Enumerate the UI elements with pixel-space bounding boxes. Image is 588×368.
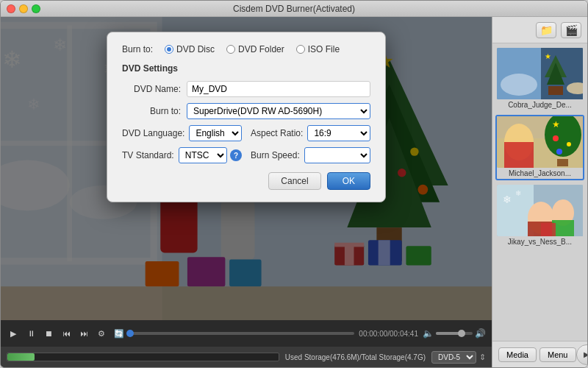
title-bar-buttons <box>7 4 40 13</box>
storage-bar-fill <box>7 353 35 361</box>
dvd-settings-title: DVD Settings <box>122 63 370 74</box>
dialog-buttons: Cancel OK <box>122 172 370 190</box>
dvd-name-label: DVD Name: <box>122 84 181 94</box>
svg-rect-45 <box>548 86 563 95</box>
burn-speed-select[interactable] <box>304 147 370 163</box>
time-display: 00:00:00/00:04:41 <box>359 330 418 338</box>
burn-to-drive-select[interactable]: SuperDrive(DVD RW AD-5690H) <box>187 103 370 119</box>
dvd-language-select[interactable]: English <box>189 125 242 141</box>
main-area: ❄ ❄ ❄ ❄ <box>1 17 492 367</box>
maximize-button[interactable] <box>32 4 40 13</box>
svg-point-41 <box>501 74 537 96</box>
radio-dvd-folder-circle[interactable] <box>226 45 235 54</box>
thumbnail-image-3: ❄ ❄ <box>497 185 584 236</box>
storage-bar-outer <box>7 353 279 361</box>
burn-to-row: Burn to: DVD Disc DVD Folder <box>122 44 370 54</box>
radio-dvd-disc-circle[interactable] <box>165 45 173 54</box>
radio-dvd-disc[interactable]: DVD Disc <box>165 44 215 54</box>
storage-label: Used Storage(476.6M)/Total Storage(4.7G) <box>285 353 426 361</box>
app-body: ❄ ❄ ❄ ❄ <box>1 17 587 367</box>
menu-tab-button[interactable]: Menu <box>539 347 576 362</box>
action-buttons: ▶ 🔥 <box>576 344 588 365</box>
tab-buttons: Media Menu <box>498 347 576 362</box>
prev-button[interactable]: ⏮ <box>60 327 73 340</box>
close-button[interactable] <box>7 4 15 13</box>
radio-dvd-folder[interactable]: DVD Folder <box>226 44 284 54</box>
time-total: 00:04:41 <box>390 330 418 338</box>
minimize-button[interactable] <box>19 4 28 13</box>
list-item[interactable]: ★ Michael_Jackson... <box>495 115 584 180</box>
dvd-arrow-icon: ⇕ <box>479 353 486 362</box>
dvd-language-label: DVD Language: <box>122 128 184 138</box>
tv-burn-row: TV Standard: NTSC ? Burn Speed: <box>122 147 370 163</box>
dialog-overlay: Burn to: DVD Disc DVD Folder <box>1 17 492 320</box>
thumbnail-label-2: Michael_Jackson... <box>497 168 583 179</box>
volume-dot <box>458 330 465 337</box>
volume-area: 🔈 🔊 <box>423 328 486 339</box>
window-title: Cisdem DVD Burner(Activated) <box>233 4 355 14</box>
thumbnail-list: ★ Cobra_Judge_De... <box>492 43 587 341</box>
volume-icon: 🔈 <box>423 328 434 339</box>
add-media-button[interactable]: 📁 <box>536 22 556 38</box>
language-col: DVD Language: English <box>122 125 242 141</box>
volume-max-icon: 🔊 <box>475 328 486 339</box>
burn-speed-col: Burn Speed: <box>251 147 370 163</box>
progress-bar[interactable] <box>130 332 354 335</box>
svg-rect-51 <box>504 142 534 168</box>
svg-point-54 <box>567 142 571 146</box>
settings-button[interactable]: ⚙ <box>95 327 108 340</box>
tv-standard-label: TV Standard: <box>122 150 174 160</box>
time-current: 00:00:00 <box>359 330 387 338</box>
preview-play-button[interactable]: ▶ <box>576 344 588 365</box>
loop-button[interactable]: 🔄 <box>112 327 126 340</box>
sidebar-toolbar: 📁 🎬 <box>492 17 587 43</box>
thumbnail-image-1: ★ <box>497 48 584 99</box>
dvd-select-area: DVD-5 ⇕ <box>431 351 486 364</box>
stop-button[interactable]: ⏹ <box>42 327 55 340</box>
list-item[interactable]: ★ Cobra_Judge_De... <box>495 46 584 112</box>
radio-iso-file[interactable]: ISO File <box>296 44 340 54</box>
tv-standard-select[interactable]: NTSC <box>179 147 227 163</box>
media-tab-button[interactable]: Media <box>498 347 537 362</box>
burn-to-drive-label: Burn to: <box>122 106 181 116</box>
sidebar-bottom: Media Menu ▶ 🔥 <box>492 341 587 367</box>
add-video-button[interactable]: 🎬 <box>561 22 581 38</box>
title-bar: Cisdem DVD Burner(Activated) <box>1 1 587 17</box>
list-item[interactable]: ❄ ❄ Jikay_vs_Ness_B... <box>495 183 584 249</box>
aspect-ratio-col: Aspect Ratio: 16:9 <box>251 125 370 141</box>
svg-text:★: ★ <box>552 119 560 130</box>
tv-standard-help-icon[interactable]: ? <box>230 149 242 161</box>
svg-text:❄: ❄ <box>503 194 512 205</box>
dvd-type-select[interactable]: DVD-5 <box>431 351 476 364</box>
svg-rect-66 <box>541 223 556 236</box>
burn-to-drive-row: Burn to: SuperDrive(DVD RW AD-5690H) <box>122 103 370 119</box>
svg-rect-57 <box>557 159 568 166</box>
volume-slider[interactable] <box>436 332 473 335</box>
tv-standard-col: TV Standard: NTSC ? <box>122 147 242 163</box>
radio-dvd-disc-label: DVD Disc <box>176 44 215 54</box>
next-button[interactable]: ⏭ <box>77 327 90 340</box>
pause-button[interactable]: ⏸ <box>24 327 37 340</box>
radio-dvd-folder-label: DVD Folder <box>238 44 284 54</box>
app-window: Cisdem DVD Burner(Activated) ❄ ❄ ❄ <box>0 0 588 368</box>
play-button[interactable]: ▶ <box>7 327 20 340</box>
svg-point-53 <box>553 135 559 141</box>
aspect-ratio-select[interactable]: 16:9 <box>307 125 370 141</box>
dvd-name-input[interactable] <box>187 81 370 97</box>
lang-aspect-row: DVD Language: English Aspect Ratio: 16:9 <box>122 125 370 141</box>
radio-iso-label: ISO File <box>308 44 340 54</box>
burn-speed-label: Burn Speed: <box>251 150 300 160</box>
right-sidebar: 📁 🎬 ★ <box>492 17 587 367</box>
settings-dialog: Burn to: DVD Disc DVD Folder <box>107 32 386 202</box>
cancel-button[interactable]: Cancel <box>268 172 320 190</box>
ok-button[interactable]: OK <box>327 172 370 190</box>
svg-text:❄: ❄ <box>515 189 521 197</box>
svg-point-55 <box>556 149 562 155</box>
aspect-ratio-label: Aspect Ratio: <box>251 128 303 138</box>
thumbnail-label-3: Jikay_vs_Ness_B... <box>497 236 583 247</box>
thumbnail-label-1: Cobra_Judge_De... <box>497 99 583 110</box>
video-icon: 🎬 <box>565 24 578 36</box>
radio-iso-circle[interactable] <box>296 45 305 54</box>
dvd-name-row: DVD Name: <box>122 81 370 97</box>
controls-bar: ▶ ⏸ ⏹ ⏮ ⏭ ⚙ 🔄 00:00:00/00:04:41 🔈 <box>1 320 492 347</box>
